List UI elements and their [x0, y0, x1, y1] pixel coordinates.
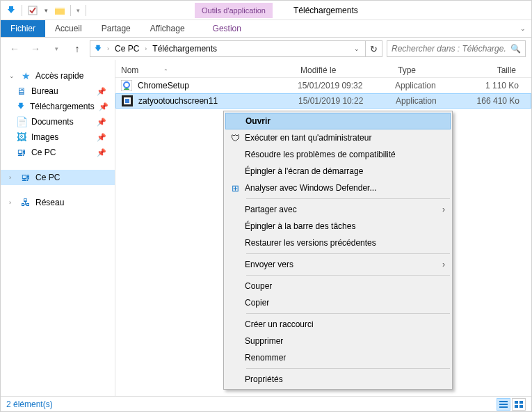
search-box[interactable]: 🔍: [387, 40, 526, 57]
back-button[interactable]: ←: [6, 40, 23, 57]
view-icons-button[interactable]: [512, 398, 526, 411]
svg-rect-6: [125, 99, 129, 103]
menu-copy[interactable]: Copier: [225, 294, 451, 311]
svg-rect-9: [499, 406, 508, 408]
menu-compat[interactable]: Résoudre les problèmes de compatibilité: [225, 146, 451, 163]
file-modified: 15/01/2019 10:22: [296, 96, 393, 106]
column-size[interactable]: Taille: [462, 65, 522, 75]
app-icon: [122, 95, 133, 106]
file-type: Application: [392, 81, 462, 90]
chevron-right-icon[interactable]: ›: [106, 45, 111, 52]
nav-pictures[interactable]: 🖼 Images 📌: [1, 129, 115, 145]
folder-icon[interactable]: [54, 4, 66, 17]
file-name: ChromeSetup: [135, 81, 295, 90]
menu-send-to[interactable]: Envoyer vers›: [225, 256, 451, 273]
nav-label: Accès rapide: [35, 71, 83, 81]
chevron-right-icon[interactable]: ›: [9, 199, 16, 206]
separator: [22, 5, 22, 16]
file-name: zatyootouchscreen11: [136, 96, 296, 106]
menu-pin-taskbar[interactable]: Épingler à la barre des tâches: [225, 218, 451, 235]
menu-separator: [246, 275, 450, 276]
column-type[interactable]: Type: [392, 65, 462, 75]
view-details-button[interactable]: [497, 398, 510, 411]
menu-pin-start[interactable]: Épingler à l'écran de démarrage: [225, 163, 451, 180]
chevron-down-icon[interactable]: ⌄: [9, 72, 16, 79]
search-icon[interactable]: 🔍: [510, 44, 521, 54]
nav-label: Téléchargements: [30, 102, 95, 111]
down-arrow-icon: [16, 101, 26, 112]
menu-defender[interactable]: ⊞Analyser avec Windows Defender...: [225, 180, 451, 196]
svg-point-3: [124, 82, 129, 88]
menu-restore[interactable]: Restaurer les versions précédentes: [225, 235, 451, 251]
nav-label: Réseau: [35, 198, 64, 207]
search-input[interactable]: [392, 44, 506, 54]
tab-share[interactable]: Partage: [92, 20, 140, 37]
context-menu: Ouvrir 🛡Exécuter en tant qu'administrate…: [223, 111, 453, 390]
menu-run-admin[interactable]: 🛡Exécuter en tant qu'administrateur: [225, 129, 451, 146]
pin-icon: 📌: [97, 148, 111, 157]
breadcrumb-current[interactable]: Téléchargements: [151, 44, 218, 54]
nav-this-pc[interactable]: › 🖳 Ce PC: [1, 170, 115, 185]
nav-thispc-pinned[interactable]: 🖳 Ce PC 📌: [1, 145, 115, 160]
file-size: 166 410 Ko: [462, 96, 522, 106]
quick-access-toolbar: ▾ ▾: [1, 4, 90, 17]
chevron-right-icon[interactable]: ›: [9, 174, 16, 181]
properties-check-icon[interactable]: [26, 4, 39, 17]
menu-share-with[interactable]: Partager avec›: [225, 201, 451, 218]
status-bar: 2 élément(s): [1, 396, 531, 411]
status-text: 2 élément(s): [6, 399, 53, 409]
file-type: Application: [393, 96, 462, 106]
forward-button[interactable]: →: [27, 40, 44, 57]
network-icon: 🖧: [20, 197, 31, 208]
tab-view[interactable]: Affichage: [140, 20, 195, 37]
file-row[interactable]: zatyootouchscreen11 15/01/2019 10:22 App…: [115, 93, 531, 109]
nav-network[interactable]: › 🖧 Réseau: [1, 195, 115, 210]
svg-rect-12: [515, 405, 518, 408]
column-modified[interactable]: Modifié le: [295, 65, 392, 75]
column-headers: Nom⌃ Modifié le Type Taille: [115, 60, 531, 78]
chevron-right-icon: ›: [442, 205, 445, 214]
refresh-button[interactable]: ↻: [366, 40, 382, 57]
menu-delete[interactable]: Supprimer: [225, 333, 451, 349]
title-bar: ▾ ▾ Outils d'application Téléchargements: [1, 1, 531, 20]
nav-desktop[interactable]: 🖥 Bureau 📌: [1, 84, 115, 99]
separator: [70, 5, 71, 16]
menu-properties[interactable]: Propriétés: [225, 371, 451, 388]
file-modified: 15/01/2019 09:32: [295, 81, 392, 90]
nav-label: Images: [31, 132, 58, 142]
nav-quick-access[interactable]: ⌄ ★ Accès rapide: [1, 68, 115, 84]
shield-icon: 🛡: [225, 133, 245, 143]
chevron-down-icon[interactable]: ▾: [43, 7, 49, 14]
svg-rect-1: [55, 8, 65, 9]
down-arrow-icon: [5, 4, 17, 17]
tab-home[interactable]: Accueil: [45, 20, 92, 37]
tab-file[interactable]: Fichier: [1, 20, 45, 37]
qat-dropdown-icon[interactable]: ▾: [75, 7, 81, 14]
menu-open[interactable]: Ouvrir: [225, 113, 451, 129]
tab-manage[interactable]: Gestion: [203, 20, 251, 37]
menu-cut[interactable]: Couper: [225, 278, 451, 294]
nav-label: Ce PC: [35, 173, 60, 182]
recent-locations-icon[interactable]: ▾: [48, 40, 65, 57]
column-name[interactable]: Nom⌃: [115, 65, 295, 75]
down-arrow-icon: [93, 44, 103, 54]
svg-rect-11: [519, 401, 523, 404]
nav-label: Bureau: [31, 86, 58, 96]
chevron-right-icon[interactable]: ›: [143, 45, 148, 52]
breadcrumb-root[interactable]: Ce PC: [113, 44, 140, 54]
menu-rename[interactable]: Renommer: [225, 349, 451, 366]
file-row[interactable]: ChromeSetup 15/01/2019 09:32 Application…: [115, 78, 531, 93]
computer-icon: 🖳: [20, 172, 31, 183]
pin-icon: 📌: [97, 118, 111, 127]
pin-icon: 📌: [97, 133, 111, 142]
ribbon-expand-icon[interactable]: ⌄: [515, 20, 531, 37]
address-bar[interactable]: › Ce PC › Téléchargements ⌄: [90, 40, 366, 57]
address-dropdown-icon[interactable]: ⌄: [351, 45, 362, 52]
nav-downloads[interactable]: Téléchargements 📌: [1, 99, 115, 114]
separator: [86, 5, 86, 16]
menu-separator: [246, 368, 450, 369]
nav-documents[interactable]: 📄 Documents 📌: [1, 114, 115, 129]
svg-rect-7: [499, 401, 508, 402]
menu-shortcut[interactable]: Créer un raccourci: [225, 316, 451, 333]
up-button[interactable]: ↑: [69, 40, 86, 57]
